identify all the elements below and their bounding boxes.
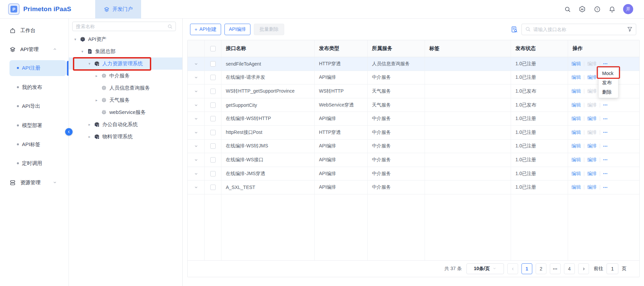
page-button-1[interactable]: 1 [521, 263, 532, 274]
menu-item-delete[interactable]: 删除 [599, 88, 618, 97]
arrange-link[interactable]: 编排 [587, 143, 597, 149]
expand-row-icon[interactable] [194, 75, 198, 80]
edit-link[interactable]: 编辑 [571, 171, 581, 177]
row-checkbox[interactable] [210, 157, 216, 163]
search-icon[interactable] [167, 24, 173, 30]
more-actions-button[interactable]: ••• [603, 62, 608, 66]
arrange-link[interactable]: 编排 [587, 116, 597, 122]
expand-row-icon[interactable] [194, 171, 198, 176]
row-checkbox[interactable] [210, 185, 216, 190]
arrange-link[interactable]: 编排 [587, 157, 597, 163]
caret-down-icon[interactable]: ▾ [73, 37, 77, 42]
menu-item-publish[interactable]: 发布 [599, 78, 618, 88]
edit-link[interactable]: 编辑 [571, 143, 581, 149]
tree-node-office-automation-system[interactable]: ▸ 办公自动化系统 [69, 118, 182, 130]
menu-item-mock[interactable]: Mock [599, 69, 618, 78]
expand-row-icon[interactable] [194, 62, 198, 66]
expand-row-icon[interactable] [194, 144, 198, 148]
tree-node-api-assets[interactable]: ▾ API资产 [69, 33, 182, 45]
edit-link[interactable]: 编辑 [571, 74, 581, 80]
sidebar-item-api-register[interactable]: API注册 [0, 62, 69, 74]
arrange-link[interactable]: 编排 [587, 74, 597, 80]
more-actions-button[interactable]: ••• [603, 130, 608, 134]
sidebar-item-scheduled-call[interactable]: 定时调用 [0, 157, 69, 169]
caret-down-icon[interactable]: ▾ [80, 49, 84, 54]
sidebar-item-api-export[interactable]: API导出 [0, 100, 69, 112]
expand-row-icon[interactable] [194, 116, 198, 121]
edit-link[interactable]: 编辑 [571, 102, 581, 108]
sidebar-item-model-deploy[interactable]: 模型部署 [0, 119, 69, 132]
user-avatar[interactable]: 开 [623, 4, 633, 14]
notifications-bell-icon[interactable] [608, 5, 616, 13]
arrange-link[interactable]: 编排 [587, 129, 597, 136]
more-actions-button[interactable]: ••• [603, 186, 608, 189]
sidebar-item-workbench[interactable]: 工作台 [0, 24, 69, 37]
batch-delete-button[interactable]: 批量删除 [254, 24, 284, 35]
row-checkbox[interactable] [210, 75, 216, 80]
tree-node-group-hq[interactable]: ▾ 集团总部 [69, 45, 182, 57]
row-checkbox[interactable] [210, 89, 216, 94]
tree-node-material-management-system[interactable]: ▸ 物料管理系统 [69, 130, 182, 143]
tree-node-webservice-service[interactable]: webService服务 [69, 106, 182, 118]
tab-dev-portal[interactable]: 开发门户 [95, 0, 141, 19]
prev-page-button[interactable] [507, 263, 518, 274]
more-actions-button[interactable]: ••• [603, 117, 608, 121]
row-checkbox[interactable] [210, 116, 216, 121]
sidebar-item-api-management[interactable]: API管理 [0, 43, 69, 55]
collapse-tree-button[interactable] [65, 128, 73, 136]
expand-row-icon[interactable] [194, 185, 198, 190]
sidebar-item-api-tags[interactable]: API标签 [0, 138, 69, 150]
arrange-link[interactable]: 编排 [587, 61, 597, 67]
caret-right-icon[interactable]: ▸ [95, 74, 99, 78]
row-checkbox[interactable] [210, 143, 216, 149]
more-actions-button[interactable]: ••• [603, 144, 608, 148]
expand-row-icon[interactable] [194, 130, 198, 135]
caret-right-icon[interactable]: ▸ [95, 98, 99, 102]
arrange-link[interactable]: 编排 [587, 184, 597, 190]
expand-row-icon[interactable] [194, 89, 198, 94]
arrange-link[interactable]: 编排 [587, 171, 597, 177]
sidebar-item-resource-management[interactable]: 资源管理 [0, 176, 69, 189]
tree-search-input[interactable] [73, 22, 176, 31]
chevron-up-icon[interactable] [53, 47, 57, 52]
search-icon[interactable] [564, 5, 571, 13]
next-page-button[interactable] [578, 263, 589, 274]
tree-node-weather-service[interactable]: ▸ 天气服务 [69, 94, 182, 106]
caret-down-icon[interactable]: ▾ [87, 62, 91, 66]
page-button-4[interactable]: 4 [564, 263, 575, 274]
expand-row-icon[interactable] [194, 158, 198, 162]
list-search-icon[interactable] [511, 26, 518, 33]
row-checkbox[interactable] [210, 102, 216, 108]
more-actions-button[interactable]: ••• [603, 172, 608, 175]
caret-right-icon[interactable]: ▸ [87, 122, 91, 127]
tree-node-person-info-service[interactable]: 人员信息查询服务 [69, 82, 182, 94]
help-icon[interactable]: ? [593, 5, 601, 13]
arrange-link[interactable]: 编排 [587, 88, 597, 94]
edit-link[interactable]: 编辑 [571, 61, 581, 67]
caret-right-icon[interactable]: ▸ [87, 135, 91, 139]
arrange-link[interactable]: 编排 [587, 102, 597, 108]
tree-node-hr-system[interactable]: ▾ 人力资源管理系统 [69, 57, 182, 70]
edit-link[interactable]: 编辑 [571, 157, 581, 163]
more-actions-button[interactable]: ••• [603, 103, 608, 107]
row-checkbox[interactable] [210, 130, 216, 135]
row-checkbox[interactable] [210, 171, 216, 176]
page-size-select[interactable]: 10条/页 [466, 263, 504, 274]
tree-node-intermediary-service[interactable]: ▸ 中介服务 [69, 70, 182, 82]
edit-link[interactable]: 编辑 [571, 116, 581, 122]
row-checkbox[interactable] [210, 61, 216, 67]
edit-link[interactable]: 编辑 [571, 88, 581, 94]
ai-assistant-icon[interactable]: AI [579, 5, 586, 13]
goto-page-input[interactable] [607, 263, 618, 274]
edit-link[interactable]: 编辑 [571, 184, 581, 190]
filter-funnel-icon[interactable] [627, 26, 633, 33]
expand-row-icon[interactable] [194, 103, 198, 108]
sidebar-item-my-publish[interactable]: 我的发布 [0, 81, 69, 93]
page-button-2[interactable]: 2 [536, 263, 546, 274]
api-create-button[interactable]: + API创建 [190, 24, 221, 35]
more-actions-button[interactable]: ••• [603, 158, 608, 162]
page-ellipsis-button[interactable]: ••• [550, 263, 561, 274]
edit-link[interactable]: 编辑 [571, 129, 581, 136]
chevron-down-icon[interactable] [53, 180, 57, 186]
api-search-input[interactable] [522, 24, 636, 35]
